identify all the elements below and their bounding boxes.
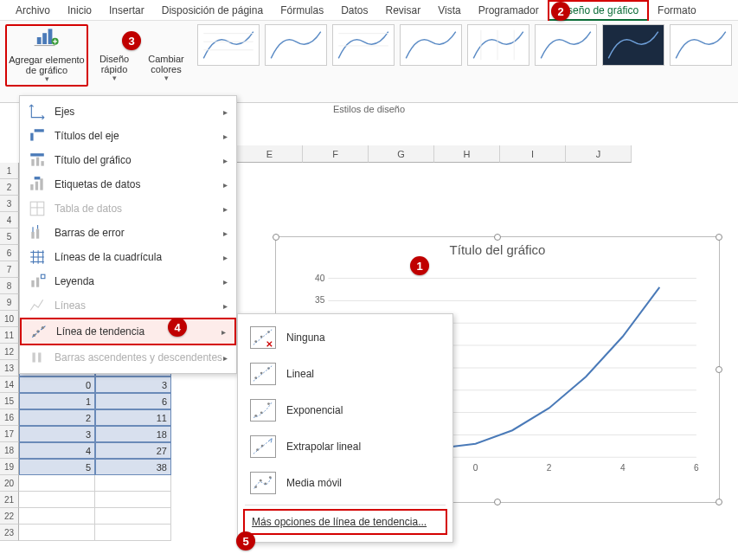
tab-vista[interactable]: Vista bbox=[429, 2, 469, 19]
menu-error-bars[interactable]: Barras de error▸ bbox=[20, 221, 236, 245]
menu-legend[interactable]: Leyenda▸ bbox=[20, 269, 236, 293]
cell[interactable] bbox=[19, 475, 95, 492]
chart-style-6[interactable] bbox=[535, 24, 597, 66]
cell[interactable]: 18 bbox=[95, 426, 171, 442]
svg-text:6: 6 bbox=[694, 463, 699, 473]
svg-point-56 bbox=[260, 372, 263, 375]
cell[interactable] bbox=[95, 525, 171, 541]
chart-style-1[interactable] bbox=[197, 24, 260, 66]
row-header[interactable]: 2 bbox=[0, 179, 19, 196]
cell[interactable]: 0 bbox=[19, 377, 95, 393]
row-header[interactable]: 21 bbox=[0, 492, 19, 508]
row-header[interactable]: 7 bbox=[0, 261, 19, 278]
svg-rect-24 bbox=[31, 159, 34, 166]
chevron-down-icon: ▾ bbox=[45, 75, 49, 84]
svg-point-53 bbox=[260, 336, 263, 338]
change-colors-button[interactable]: Cambiar colores ▾ bbox=[140, 24, 192, 87]
cell[interactable]: 3 bbox=[19, 426, 95, 442]
row-header[interactable]: 20 bbox=[0, 475, 19, 492]
cell[interactable]: 2 bbox=[19, 409, 95, 426]
cell[interactable] bbox=[19, 508, 95, 525]
row-header[interactable]: 8 bbox=[0, 278, 19, 294]
cell[interactable]: 5 bbox=[19, 459, 95, 475]
menu-chart-title[interactable]: Título del gráfico▸ bbox=[20, 148, 236, 172]
row-header[interactable]: 22 bbox=[0, 508, 19, 525]
cell[interactable]: 38 bbox=[95, 459, 171, 475]
tab-formulas[interactable]: Fórmulas bbox=[272, 2, 332, 19]
trendline-moving-avg[interactable]: Media móvil bbox=[238, 465, 452, 501]
add-chart-element-button[interactable]: Agregar elemento de gráfico ▾ bbox=[5, 24, 88, 87]
error-bars-icon bbox=[29, 225, 46, 241]
svg-point-60 bbox=[267, 402, 270, 405]
trendline-none[interactable]: Ninguna bbox=[238, 319, 452, 356]
cell[interactable] bbox=[19, 525, 95, 541]
trendline-more-options[interactable]: Más opciones de línea de tendencia... bbox=[243, 509, 447, 535]
trendline-exponential[interactable]: Exponencial bbox=[238, 392, 452, 428]
submenu-label: Ninguna bbox=[286, 331, 325, 344]
tab-programador[interactable]: Programador bbox=[470, 2, 548, 19]
chart-style-3[interactable] bbox=[332, 24, 395, 66]
col-header[interactable]: J bbox=[566, 145, 632, 163]
col-header[interactable]: F bbox=[303, 145, 369, 163]
menu-data-labels[interactable]: Etiquetas de datos▸ bbox=[20, 172, 236, 196]
row-header[interactable]: 12 bbox=[0, 344, 19, 360]
cell[interactable]: 11 bbox=[95, 409, 171, 426]
cell[interactable]: 27 bbox=[95, 442, 171, 459]
row-header[interactable]: 15 bbox=[0, 393, 19, 409]
row-header[interactable]: 13 bbox=[0, 360, 19, 377]
menu-gridlines[interactable]: Líneas de la cuadrícula▸ bbox=[20, 245, 236, 269]
row-header[interactable]: 18 bbox=[0, 442, 19, 459]
col-header[interactable]: I bbox=[500, 145, 566, 163]
svg-rect-35 bbox=[36, 229, 39, 239]
row-header[interactable]: 16 bbox=[0, 409, 19, 426]
tab-datos[interactable]: Datos bbox=[332, 2, 376, 19]
cell[interactable] bbox=[95, 475, 171, 492]
row-header[interactable]: 5 bbox=[0, 229, 19, 245]
row-header[interactable]: 14 bbox=[0, 377, 19, 393]
chart-style-7[interactable] bbox=[602, 24, 664, 66]
row-header[interactable]: 3 bbox=[0, 196, 19, 212]
menu-label: Título del gráfico bbox=[55, 154, 132, 166]
tab-insertar[interactable]: Insertar bbox=[100, 2, 153, 19]
tab-inicio[interactable]: Inicio bbox=[59, 2, 100, 19]
chart-title-icon bbox=[29, 152, 46, 168]
col-header[interactable]: E bbox=[237, 145, 303, 163]
row-header[interactable]: 9 bbox=[0, 294, 19, 311]
tab-formato[interactable]: Formato bbox=[649, 2, 705, 19]
trendline-linear[interactable]: Lineal bbox=[238, 356, 452, 392]
cell[interactable]: 4 bbox=[19, 442, 95, 459]
col-header[interactable]: G bbox=[369, 145, 434, 163]
tab-archivo[interactable]: Archivo bbox=[7, 2, 59, 19]
chart-style-4[interactable] bbox=[400, 24, 462, 66]
menu-trendline[interactable]: Línea de tendencia▸ bbox=[20, 318, 236, 345]
menu-axis-titles[interactable]: Títulos del eje▸ bbox=[20, 124, 236, 148]
ribbon-tabs: Archivo Inicio Insertar Disposición de p… bbox=[0, 0, 738, 21]
chart-title[interactable]: Título del gráfico bbox=[276, 242, 719, 257]
chart-styles-gallery[interactable] bbox=[197, 24, 732, 66]
chart-style-8[interactable] bbox=[670, 24, 732, 66]
row-header[interactable]: 19 bbox=[0, 459, 19, 475]
row-header[interactable]: 11 bbox=[0, 327, 19, 344]
cell[interactable]: 1 bbox=[19, 393, 95, 409]
cell[interactable] bbox=[95, 508, 171, 525]
cell[interactable] bbox=[95, 492, 171, 508]
tab-revisar[interactable]: Revisar bbox=[377, 2, 430, 19]
row-header[interactable]: 10 bbox=[0, 311, 19, 327]
row-header[interactable]: 23 bbox=[0, 525, 19, 541]
cell[interactable]: 3 bbox=[95, 377, 171, 393]
cell[interactable]: 6 bbox=[95, 393, 171, 409]
menu-axes[interactable]: Ejes▸ bbox=[20, 100, 236, 124]
row-header[interactable]: 1 bbox=[0, 163, 19, 179]
trendline-extrapolate[interactable]: Extrapolar lineal bbox=[238, 428, 452, 465]
data-labels-icon bbox=[29, 177, 46, 192]
row-header[interactable]: 17 bbox=[0, 426, 19, 442]
menu-updown-bars: Barras ascendentes y descendentes▸ bbox=[20, 345, 236, 370]
row-header[interactable]: 4 bbox=[0, 212, 19, 229]
chart-style-5[interactable] bbox=[467, 24, 529, 66]
tab-disposicion[interactable]: Disposición de página bbox=[153, 2, 272, 19]
chevron-right-icon: ▸ bbox=[223, 204, 228, 214]
row-header[interactable]: 6 bbox=[0, 245, 19, 261]
chart-style-2[interactable] bbox=[265, 24, 327, 66]
cell[interactable] bbox=[19, 492, 95, 508]
col-header[interactable]: H bbox=[434, 145, 500, 163]
